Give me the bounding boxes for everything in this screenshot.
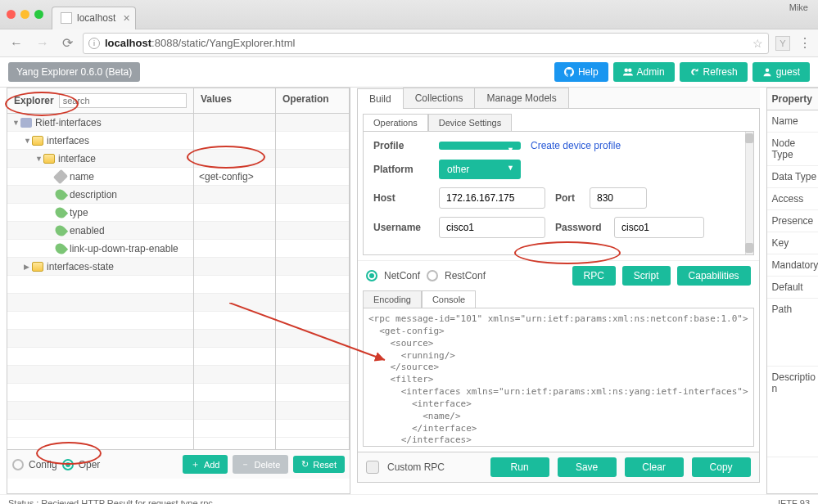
add-button[interactable]: ＋ Add <box>183 455 228 474</box>
tree-op-cell[interactable] <box>276 240 349 258</box>
tree-value-cell[interactable] <box>194 132 275 150</box>
svg-point-0 <box>624 69 628 73</box>
tree-op-cell[interactable] <box>276 168 349 186</box>
tree-row[interactable]: ▼interface <box>7 150 193 168</box>
tab-build[interactable]: Build <box>357 88 404 109</box>
restconf-radio[interactable] <box>427 270 438 281</box>
tree-row[interactable]: ▶interfaces-state <box>7 258 193 276</box>
tab-manage-models[interactable]: Manage Models <box>474 88 568 108</box>
reset-button[interactable]: ↻ Reset <box>293 456 345 473</box>
tree-row[interactable]: name <box>7 168 193 186</box>
property-row: Keytrue <box>767 232 818 254</box>
tree-op-cell[interactable] <box>276 132 349 150</box>
forward-icon[interactable]: → <box>33 36 52 51</box>
subtab-device-settings[interactable]: Device Settings <box>428 114 512 132</box>
platform-select[interactable]: other <box>439 160 521 179</box>
oper-radio[interactable] <box>62 459 74 470</box>
tab-title: localhost <box>77 12 115 24</box>
browser-tab[interactable]: localhost ✕ <box>52 7 136 29</box>
oper-label: Oper <box>79 459 101 470</box>
netconf-radio[interactable] <box>366 270 377 281</box>
tree-value-cell[interactable] <box>194 186 275 204</box>
extension-icon[interactable]: Y <box>775 36 790 51</box>
tree-row[interactable]: description <box>7 186 193 204</box>
tree-op-cell[interactable] <box>276 186 349 204</box>
tree-value-cell[interactable] <box>194 204 275 222</box>
tree-row[interactable]: ▼interfaces <box>7 132 193 150</box>
tree-op-cell[interactable] <box>276 222 349 240</box>
main-tabstrip: Build Collections Manage Models <box>357 88 760 109</box>
tree-op-cell[interactable] <box>276 150 349 168</box>
script-button[interactable]: Script <box>622 266 671 286</box>
custom-rpc-checkbox[interactable] <box>366 461 379 474</box>
tree-value-cell[interactable] <box>194 222 275 240</box>
mac-close-dot[interactable] <box>7 10 16 19</box>
mac-min-dot[interactable] <box>20 10 29 19</box>
clear-button[interactable]: Clear <box>625 457 684 477</box>
netconf-label: NetConf <box>384 270 420 281</box>
tree-value-cell[interactable] <box>194 114 275 132</box>
rpc-xml-output[interactable]: <rpc message-id="101" xmlns="urn:ietf:pa… <box>363 308 754 447</box>
run-button[interactable]: Run <box>490 457 549 477</box>
tree-row[interactable]: type <box>7 204 193 222</box>
help-button[interactable]: Help <box>554 62 608 82</box>
mac-max-dot[interactable] <box>34 10 43 19</box>
delete-button[interactable]: － Delete <box>233 455 288 474</box>
property-key: Description <box>767 367 818 457</box>
tree-op-cell[interactable] <box>276 114 349 132</box>
password-input[interactable] <box>614 217 704 238</box>
console-tab[interactable]: Console <box>422 290 476 308</box>
profile-select[interactable] <box>439 142 521 150</box>
tree-row[interactable]: enabled <box>7 222 193 240</box>
back-icon[interactable]: ← <box>7 36 26 51</box>
tree-value-cell[interactable] <box>194 258 275 276</box>
tree-value-cell[interactable] <box>194 240 275 258</box>
mod-icon <box>20 118 32 128</box>
guest-button[interactable]: guest <box>752 62 810 82</box>
bookmark-star-icon[interactable]: ☆ <box>752 37 763 50</box>
build-panel: Build Collections Manage Models Operatio… <box>357 88 760 494</box>
config-label: Config <box>29 459 57 470</box>
property-header: Property <box>767 88 818 110</box>
menu-icon[interactable]: ⋮ <box>798 35 811 51</box>
config-radio[interactable] <box>12 459 24 470</box>
tree-row[interactable]: ▼Rietf-interfaces <box>7 114 193 132</box>
subtab-operations[interactable]: Operations <box>363 114 428 132</box>
explorer-panel: Explorer Values Operation ▼Rietf-interfa… <box>7 88 350 494</box>
rpc-button[interactable]: RPC <box>572 266 616 286</box>
site-info-icon[interactable]: i <box>88 38 100 49</box>
form-scrollbar[interactable] <box>745 132 753 254</box>
reload-icon[interactable]: ⟳ <box>59 35 76 51</box>
save-button[interactable]: Save <box>558 457 617 477</box>
leaf-icon <box>53 205 68 219</box>
leaf-icon <box>53 241 68 255</box>
properties-panel: Property Value NamenameNode TypeleafData… <box>766 88 818 494</box>
admin-button[interactable]: Admin <box>613 62 675 82</box>
capabilities-button[interactable]: Capabilities <box>677 266 751 286</box>
tree-op-cell[interactable] <box>276 204 349 222</box>
folder-icon <box>43 154 55 164</box>
close-icon[interactable]: ✕ <box>123 13 130 24</box>
tree-value-cell[interactable]: <get-config> <box>194 168 275 186</box>
tree-value-cell[interactable] <box>194 150 275 168</box>
search-input[interactable] <box>59 93 187 108</box>
tab-collections[interactable]: Collections <box>403 88 476 108</box>
tree-op-cell[interactable] <box>276 258 349 276</box>
username-label: Username <box>373 222 429 233</box>
leaf-icon <box>53 187 68 201</box>
host-input[interactable] <box>439 187 545 209</box>
port-input[interactable] <box>590 187 647 209</box>
property-row: Pathietf-interfaces/interfaces/interface… <box>767 299 818 367</box>
create-device-profile-link[interactable]: Create device profile <box>531 140 621 151</box>
profile-name[interactable]: Mike <box>789 2 808 12</box>
username-input[interactable] <box>439 217 545 238</box>
github-icon <box>564 67 574 77</box>
tree-row[interactable]: link-up-down-trap-enable <box>7 240 193 258</box>
refresh-button[interactable]: Refresh <box>680 62 748 82</box>
property-row: Mandatorytrue <box>767 254 818 277</box>
port-label: Port <box>555 192 580 204</box>
encoding-tab[interactable]: Encoding <box>363 290 422 308</box>
address-bar[interactable]: i localhost:8088/static/YangExplorer.htm… <box>83 33 769 54</box>
profile-label: Profile <box>373 140 429 151</box>
copy-button[interactable]: Copy <box>692 457 751 477</box>
